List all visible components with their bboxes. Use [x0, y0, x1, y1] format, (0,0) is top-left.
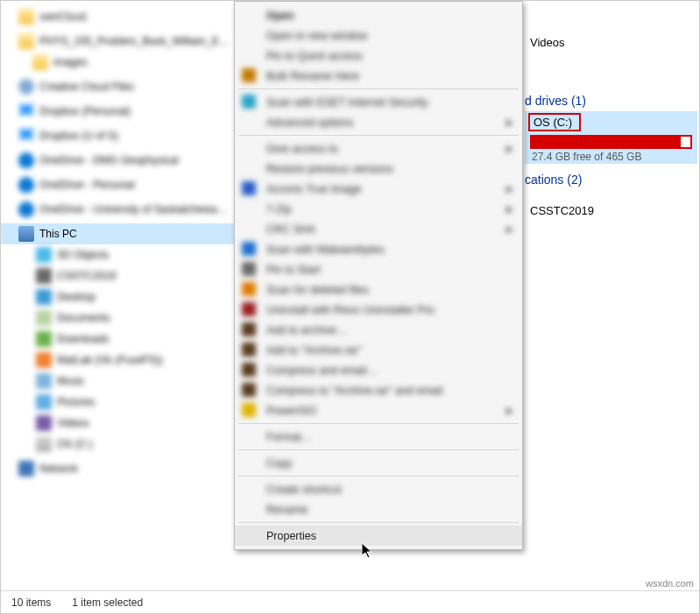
tree-label: 3D Objects	[57, 249, 109, 261]
ctx-format[interactable]: Format…	[235, 427, 522, 447]
onedrive-icon	[18, 152, 34, 168]
folder-icon	[32, 54, 48, 70]
tree-label: OneDrive - DMG Geophysical	[39, 154, 179, 166]
acronis-icon	[242, 181, 256, 195]
tree-item-owncloud[interactable]: ownCloud	[1, 6, 234, 27]
eset-icon	[242, 95, 256, 109]
tree-label: Creative Cloud Files	[39, 81, 134, 93]
tree-label: Music	[57, 375, 84, 387]
tree-item-images[interactable]: images	[1, 52, 234, 73]
ctx-open[interactable]: Open	[235, 5, 522, 25]
tree-label: Network	[39, 462, 78, 475]
malwarebytes-icon	[242, 242, 256, 256]
location-csstc[interactable]: CSSTC2019	[530, 204, 594, 217]
scan-icon	[242, 282, 256, 296]
winrar-icon	[242, 342, 256, 356]
tree-label: Videos	[57, 417, 88, 429]
tree-label: PHYS_155_Problem_Book_William_E…	[39, 35, 230, 47]
tree-label: OneDrive - Personal	[39, 179, 135, 191]
drive-name-highlight: OS (C:)	[528, 113, 581, 131]
ctx-eset-scan[interactable]: Scan with ESET Internet Security	[235, 92, 522, 112]
documents-icon	[36, 310, 52, 326]
ctx-restore-previous[interactable]: Restore previous versions	[235, 159, 522, 179]
section-network-locations[interactable]: cations (2)	[525, 173, 582, 187]
ctx-scan-deleted[interactable]: Scan for deleted files	[235, 279, 522, 300]
ctx-pin-quick-access[interactable]: Pin to Quick access	[235, 46, 522, 66]
tree-item-os-c[interactable]: OS (C:)	[1, 434, 234, 455]
ctx-compress-rar-email[interactable]: Compress to "Archive.rar" and email	[235, 380, 522, 400]
tree-label: This PC	[39, 228, 77, 240]
status-item-count: 10 items	[11, 596, 51, 609]
folder-icon	[18, 9, 34, 25]
submenu-arrow-icon: ▶	[506, 144, 513, 153]
tree-label: Dropbox (U of S)	[39, 130, 118, 142]
ctx-acronis[interactable]: Acronis True Image▶	[235, 179, 522, 199]
ctx-malwarebytes[interactable]: Scan with Malwarebytes	[235, 239, 522, 259]
tree-item-network[interactable]: Network	[1, 458, 234, 479]
separator	[238, 476, 519, 476]
navigation-tree: ownCloud PHYS_155_Problem_Book_William_E…	[1, 1, 234, 580]
submenu-arrow-icon: ▶	[506, 184, 513, 194]
tree-item-this-pc[interactable]: This PC	[1, 223, 234, 244]
ctx-pin-to-start[interactable]: Pin to Start	[235, 259, 522, 279]
tree-item-creative-cloud[interactable]: Creative Cloud Files	[1, 76, 234, 97]
tree-item-documents[interactable]: Documents	[1, 307, 234, 328]
music-icon	[36, 373, 52, 389]
drive-os-c[interactable]: OS (C:) 27.4 GB free of 465 GB	[525, 111, 697, 164]
submenu-arrow-icon: ▶	[506, 224, 513, 234]
separator	[238, 449, 519, 450]
ctx-properties[interactable]: Properties	[235, 526, 522, 546]
ctx-add-rar[interactable]: Add to "Archive.rar"	[235, 340, 522, 360]
tree-label: MatLab (\\fs (FuseFS))	[57, 354, 163, 366]
status-bar: 10 items 1 item selected	[1, 590, 699, 613]
ctx-compress-email[interactable]: Compress and email…	[235, 360, 522, 380]
ctx-rename[interactable]: Rename	[235, 499, 522, 519]
submenu-arrow-icon: ▶	[506, 406, 513, 415]
folder-icon	[18, 33, 34, 49]
tree-item-matlab[interactable]: MatLab (\\fs (FuseFS))	[1, 349, 234, 371]
tree-label: Dropbox (Personal)	[39, 105, 131, 117]
network-icon	[18, 461, 34, 476]
tree-item-videos[interactable]: Videos	[1, 413, 234, 434]
tree-item-downloads[interactable]: Downloads	[1, 328, 234, 349]
ctx-create-shortcut[interactable]: Create shortcut	[235, 479, 522, 499]
pin-icon	[242, 262, 256, 276]
onedrive-icon	[18, 177, 34, 193]
ctx-bulk-rename[interactable]: Bulk Rename Here	[235, 66, 522, 86]
tree-item-dropbox-personal[interactable]: Dropbox (Personal)	[1, 101, 234, 122]
tree-item-csstc[interactable]: CSSTC2019	[1, 265, 234, 286]
tree-item-dropbox-uofs[interactable]: Dropbox (U of S)	[1, 125, 234, 146]
tree-label: CSSTC2019	[57, 270, 116, 282]
tree-item-desktop[interactable]: Desktop	[1, 286, 234, 307]
tree-item-onedrive-dmg[interactable]: OneDrive - DMG Geophysical	[1, 150, 234, 171]
dropbox-icon	[18, 103, 34, 119]
ctx-7zip[interactable]: 7-Zip▶	[235, 199, 522, 219]
main-item-videos[interactable]: Videos	[530, 36, 565, 49]
context-menu: Open Open in new window Pin to Quick acc…	[234, 1, 523, 550]
tree-item-3d-objects[interactable]: 3D Objects	[1, 244, 234, 265]
tree-label: images	[53, 56, 88, 68]
tree-label: OS (C:)	[57, 438, 93, 450]
cloud-icon	[18, 79, 34, 95]
tree-item-music[interactable]: Music	[1, 371, 234, 392]
tree-label: Desktop	[57, 291, 95, 303]
tree-item-onedrive-personal[interactable]: OneDrive - Personal	[1, 174, 234, 195]
ctx-give-access-to[interactable]: Give access to▶	[235, 138, 522, 159]
pc-icon	[18, 226, 34, 242]
ctx-add-archive[interactable]: Add to archive…	[235, 320, 522, 340]
ctx-crc-sha[interactable]: CRC SHA▶	[235, 219, 522, 239]
tree-item-phys[interactable]: PHYS_155_Problem_Book_William_E…	[1, 31, 234, 52]
ctx-copy[interactable]: Copy	[235, 453, 522, 473]
tree-label: Documents	[57, 312, 110, 324]
tree-item-onedrive-usask[interactable]: OneDrive - University of Saskatchewa…	[1, 199, 234, 220]
ctx-open-new-window[interactable]: Open in new window	[235, 25, 522, 46]
tree-item-pictures[interactable]: Pictures	[1, 392, 234, 413]
3d-objects-icon	[36, 247, 52, 263]
winrar-icon	[242, 322, 256, 336]
desktop-icon	[36, 289, 52, 305]
ctx-poweriso[interactable]: PowerISO▶	[235, 400, 522, 420]
onedrive-icon	[18, 201, 34, 217]
ctx-advanced-options[interactable]: Advanced options▶	[235, 112, 522, 132]
section-devices-and-drives[interactable]: d drives (1)	[525, 94, 586, 108]
ctx-revo-uninstall[interactable]: Uninstall with Revo Uninstaller Pro	[235, 300, 522, 320]
